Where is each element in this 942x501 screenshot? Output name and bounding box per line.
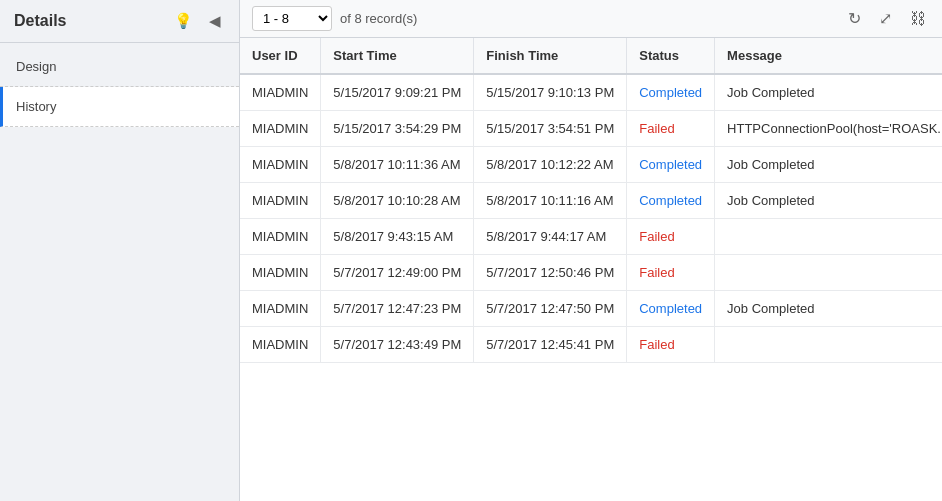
records-label: of 8 record(s) xyxy=(340,11,417,26)
cell-status: Completed xyxy=(627,147,715,183)
cell-message: HTTPConnectionPool(host='ROASK...104] Co xyxy=(715,111,942,147)
expand-icon[interactable]: ⤢ xyxy=(875,7,896,30)
table-body: MIADMIN 5/15/2017 9:09:21 PM 5/15/2017 9… xyxy=(240,74,942,363)
toolbar: 1 - 8 of 8 record(s) ↻ ⤢ ⛓ xyxy=(240,0,942,38)
cell-finish-time: 5/7/2017 12:45:41 PM xyxy=(474,327,627,363)
status-badge: Failed xyxy=(639,265,674,280)
pagination-select[interactable]: 1 - 8 xyxy=(252,6,332,31)
cell-userid: MIADMIN xyxy=(240,255,321,291)
table-container: User ID Start Time Finish Time Status Me… xyxy=(240,38,942,501)
cell-userid: MIADMIN xyxy=(240,219,321,255)
table-row: MIADMIN 5/15/2017 9:09:21 PM 5/15/2017 9… xyxy=(240,74,942,111)
cell-start-time: 5/15/2017 9:09:21 PM xyxy=(321,74,474,111)
table-row: MIADMIN 5/8/2017 10:10:28 AM 5/8/2017 10… xyxy=(240,183,942,219)
cell-start-time: 5/7/2017 12:49:00 PM xyxy=(321,255,474,291)
cell-message: Job Completed xyxy=(715,147,942,183)
table-row: MIADMIN 5/15/2017 3:54:29 PM 5/15/2017 3… xyxy=(240,111,942,147)
table-header-row: User ID Start Time Finish Time Status Me… xyxy=(240,38,942,74)
cell-finish-time: 5/15/2017 3:54:51 PM xyxy=(474,111,627,147)
cell-finish-time: 5/7/2017 12:50:46 PM xyxy=(474,255,627,291)
cell-start-time: 5/15/2017 3:54:29 PM xyxy=(321,111,474,147)
link-icon[interactable]: ⛓ xyxy=(906,8,930,30)
history-table: User ID Start Time Finish Time Status Me… xyxy=(240,38,942,363)
sidebar-header: Details 💡 ◀ xyxy=(0,0,239,43)
main-content: 1 - 8 of 8 record(s) ↻ ⤢ ⛓ User ID Start… xyxy=(240,0,942,501)
cell-status: Failed xyxy=(627,327,715,363)
cell-start-time: 5/8/2017 10:11:36 AM xyxy=(321,147,474,183)
sidebar: Details 💡 ◀ Design History xyxy=(0,0,240,501)
toolbar-actions: ↻ ⤢ ⛓ xyxy=(844,7,930,30)
cell-finish-time: 5/7/2017 12:47:50 PM xyxy=(474,291,627,327)
cell-start-time: 5/7/2017 12:47:23 PM xyxy=(321,291,474,327)
table-row: MIADMIN 5/7/2017 12:49:00 PM 5/7/2017 12… xyxy=(240,255,942,291)
col-header-message: Message xyxy=(715,38,942,74)
col-header-start: Start Time xyxy=(321,38,474,74)
table-row: MIADMIN 5/7/2017 12:43:49 PM 5/7/2017 12… xyxy=(240,327,942,363)
status-badge: Completed xyxy=(639,157,702,172)
status-badge: Completed xyxy=(639,301,702,316)
cell-start-time: 5/7/2017 12:43:49 PM xyxy=(321,327,474,363)
cell-message: Job Completed xyxy=(715,183,942,219)
status-badge: Failed xyxy=(639,121,674,136)
status-badge: Completed xyxy=(639,85,702,100)
cell-message: Job Completed xyxy=(715,291,942,327)
sidebar-item-history[interactable]: History xyxy=(0,87,239,127)
cell-status: Failed xyxy=(627,111,715,147)
cell-finish-time: 5/8/2017 10:11:16 AM xyxy=(474,183,627,219)
cell-message xyxy=(715,327,942,363)
sidebar-title: Details xyxy=(14,12,66,30)
cell-finish-time: 5/15/2017 9:10:13 PM xyxy=(474,74,627,111)
cell-userid: MIADMIN xyxy=(240,147,321,183)
status-badge: Completed xyxy=(639,193,702,208)
table-row: MIADMIN 5/8/2017 10:11:36 AM 5/8/2017 10… xyxy=(240,147,942,183)
cell-message: Job Completed xyxy=(715,74,942,111)
table-row: MIADMIN 5/7/2017 12:47:23 PM 5/7/2017 12… xyxy=(240,291,942,327)
cell-finish-time: 5/8/2017 10:12:22 AM xyxy=(474,147,627,183)
bulb-icon[interactable]: 💡 xyxy=(170,10,197,32)
cell-start-time: 5/8/2017 10:10:28 AM xyxy=(321,183,474,219)
cell-status: Completed xyxy=(627,183,715,219)
cell-userid: MIADMIN xyxy=(240,74,321,111)
table-row: MIADMIN 5/8/2017 9:43:15 AM 5/8/2017 9:4… xyxy=(240,219,942,255)
cell-start-time: 5/8/2017 9:43:15 AM xyxy=(321,219,474,255)
sidebar-nav: Design History xyxy=(0,47,239,127)
cell-message xyxy=(715,219,942,255)
col-header-finish: Finish Time xyxy=(474,38,627,74)
cell-status: Failed xyxy=(627,219,715,255)
cell-userid: MIADMIN xyxy=(240,183,321,219)
status-badge: Failed xyxy=(639,337,674,352)
cell-userid: MIADMIN xyxy=(240,291,321,327)
sidebar-item-design[interactable]: Design xyxy=(0,47,239,87)
col-header-userid: User ID xyxy=(240,38,321,74)
sidebar-icon-group: 💡 ◀ xyxy=(170,10,225,32)
cell-message xyxy=(715,255,942,291)
cell-status: Completed xyxy=(627,74,715,111)
refresh-icon[interactable]: ↻ xyxy=(844,7,865,30)
cell-userid: MIADMIN xyxy=(240,327,321,363)
cell-userid: MIADMIN xyxy=(240,111,321,147)
cell-status: Completed xyxy=(627,291,715,327)
status-badge: Failed xyxy=(639,229,674,244)
cell-finish-time: 5/8/2017 9:44:17 AM xyxy=(474,219,627,255)
collapse-icon[interactable]: ◀ xyxy=(205,10,225,32)
cell-status: Failed xyxy=(627,255,715,291)
col-header-status: Status xyxy=(627,38,715,74)
